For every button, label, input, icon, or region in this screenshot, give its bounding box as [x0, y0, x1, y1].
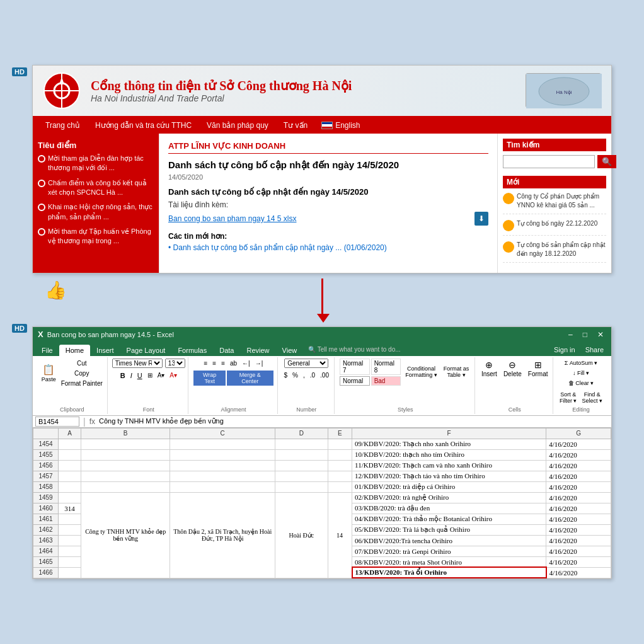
- cell-f[interactable]: 10/KDBV/2020: thạch nho tím Orihiro: [352, 449, 546, 460]
- cell-f[interactable]: 07/KDBV/2020: trà Genpi Orihiro: [352, 546, 546, 556]
- col-header-b[interactable]: B: [81, 428, 170, 439]
- font-name-select[interactable]: Times New Ror: [112, 359, 163, 368]
- cell-f[interactable]: 05/KDBV/2020: Trà lá bạch quả Orihiro: [352, 524, 546, 535]
- left-col-item-2[interactable]: Chấm điểm và công bố kết quả xét chọn SP…: [38, 178, 154, 198]
- cell-g[interactable]: 4/16/2020: [546, 503, 611, 514]
- cell-f[interactable]: 13/KDBV/2020: Trà ổi Orihiro: [352, 567, 546, 578]
- align-mid-button[interactable]: ≡: [210, 359, 218, 368]
- tab-data[interactable]: Data: [213, 345, 240, 356]
- cell-g[interactable]: 4/16/2020: [546, 460, 611, 471]
- nav-huongdan[interactable]: Hướng dẫn và tra cứu TTHC: [88, 117, 199, 134]
- cell-f[interactable]: 01/KDBV/2020: trà diệp cá Orihiro: [352, 481, 546, 492]
- fill-button[interactable]: ↓ Fill ▾: [563, 369, 600, 377]
- cell-g[interactable]: 4/16/2020: [546, 439, 611, 449]
- indent-increase-button[interactable]: →|: [253, 359, 265, 368]
- table-row[interactable]: 1459Công ty TNHH MTV khỏe đẹp bền vữngTh…: [33, 492, 611, 503]
- cell-f[interactable]: 02/KDBV/2020: trà nghệ Orihiro: [352, 492, 546, 503]
- left-col-item-4[interactable]: Mời tham dự Tập huấn về Phòng vệ thương …: [38, 227, 154, 246]
- cell-a[interactable]: [59, 481, 81, 492]
- col-header-a[interactable]: A: [59, 428, 81, 439]
- cell-d[interactable]: [275, 460, 328, 471]
- cell-e[interactable]: [328, 471, 352, 481]
- new-item-1[interactable]: Công ty Cổ phần Dược phẩm YNNO kê khai g…: [503, 192, 606, 214]
- cell-a[interactable]: [59, 449, 81, 460]
- cell-c[interactable]: [170, 481, 275, 492]
- col-header-g[interactable]: G: [546, 428, 611, 439]
- nav-trangchu[interactable]: Trang chủ: [38, 117, 88, 134]
- left-col-item-3[interactable]: Khai mạc Hội chợ nông sản, thực phẩm, sả…: [38, 202, 154, 222]
- col-header-d[interactable]: D: [275, 428, 328, 439]
- cell-d[interactable]: [275, 471, 328, 481]
- percent-button[interactable]: %: [290, 371, 300, 380]
- tell-me-box[interactable]: 🔍 Tell me what you want to do...: [303, 343, 549, 355]
- italic-button[interactable]: I: [129, 371, 134, 381]
- col-header-e[interactable]: E: [328, 428, 352, 439]
- underline-button[interactable]: U: [135, 371, 144, 381]
- merge-center-button[interactable]: Merge & Center: [227, 371, 273, 386]
- minimize-button[interactable]: –: [566, 330, 575, 339]
- comma-button[interactable]: ,: [301, 371, 307, 380]
- cell-a[interactable]: [59, 492, 81, 503]
- align-bottom-button[interactable]: ≡: [219, 359, 227, 368]
- sort-filter-button[interactable]: Sort &Filter ▾: [558, 390, 579, 405]
- cell-g[interactable]: 4/16/2020: [546, 481, 611, 492]
- cell-e[interactable]: [328, 449, 352, 460]
- cell-e[interactable]: [328, 439, 352, 449]
- close-button[interactable]: ✕: [595, 330, 606, 339]
- cell-f[interactable]: 11/KDBV/2020: Thạch cam và nho xanh Orih…: [352, 460, 546, 471]
- table-row[interactable]: 145611/KDBV/2020: Thạch cam và nho xanh …: [33, 460, 611, 471]
- copy-button[interactable]: Copy: [59, 369, 105, 378]
- cell-c[interactable]: [170, 449, 275, 460]
- cell-c[interactable]: [170, 439, 275, 449]
- cell-f[interactable]: 08/KDBV/2020: trà meta Shot Orihiro: [352, 556, 546, 567]
- cell-g[interactable]: 4/16/2020: [546, 514, 611, 524]
- cell-b[interactable]: [81, 471, 170, 481]
- normal8-style-box[interactable]: Normal 8: [371, 359, 401, 375]
- format-cells-button[interactable]: ⊞ Format: [526, 359, 550, 379]
- cell-g[interactable]: 4/16/2020: [546, 449, 611, 460]
- text-orient-button[interactable]: ab: [228, 359, 239, 368]
- clear-button[interactable]: 🗑 Clear ▾: [563, 379, 600, 388]
- cell-a[interactable]: [59, 460, 81, 471]
- table-row[interactable]: 145409/KDBV/2020: Thạch nho xanh Orihiro…: [33, 439, 611, 449]
- tab-pagelayout[interactable]: Page Layout: [120, 345, 172, 356]
- cell-b-merged[interactable]: Công ty TNHH MTV khỏe đẹp bền vững: [81, 492, 170, 578]
- autosum-button[interactable]: Σ AutoSum ▾: [563, 359, 600, 367]
- cell-b[interactable]: [81, 460, 170, 471]
- table-row[interactable]: 145712/KDBV/2020: Thạch táo và nho tím O…: [33, 471, 611, 481]
- wrap-text-button[interactable]: Wrap Text: [193, 371, 226, 386]
- share-link[interactable]: Share: [580, 343, 609, 356]
- col-header-f[interactable]: F: [352, 428, 546, 439]
- cell-d[interactable]: [275, 481, 328, 492]
- tab-formulas[interactable]: Formulas: [171, 345, 213, 356]
- cell-c[interactable]: [170, 460, 275, 471]
- number-format-select[interactable]: General: [284, 359, 328, 368]
- normal7-style-box[interactable]: Normal 7: [340, 359, 370, 375]
- table-row[interactable]: 145801/KDBV/2020: trà diệp cá Orihiro4/1…: [33, 481, 611, 492]
- cell-f[interactable]: 06/KDBV/2020:Trà tencha Orihiro: [352, 535, 546, 546]
- indent-decrease-button[interactable]: ←|: [240, 359, 252, 368]
- table-row[interactable]: 145510/KDBV/2020: thạch nho tím Orihiro4…: [33, 449, 611, 460]
- cell-f[interactable]: 03/KDB/2020: trà đậu đen: [352, 503, 546, 514]
- find-select-button[interactable]: Find &Select ▾: [580, 390, 604, 405]
- cell-g[interactable]: 4/16/2020: [546, 546, 611, 556]
- search-button[interactable]: 🔍: [597, 155, 616, 168]
- cut-button[interactable]: Cut: [59, 359, 105, 368]
- cell-ref-input[interactable]: [35, 417, 79, 427]
- cell-a[interactable]: [59, 535, 81, 546]
- fill-color-button[interactable]: A▾: [156, 371, 167, 380]
- conditional-formatting-button[interactable]: ConditionalFormatting ▾: [403, 364, 439, 379]
- cell-b[interactable]: [81, 449, 170, 460]
- bold-button[interactable]: B: [118, 371, 127, 381]
- cell-f[interactable]: 12/KDBV/2020: Thạch táo và nho tím Orihi…: [352, 471, 546, 481]
- cell-g[interactable]: 4/16/2020: [546, 556, 611, 567]
- left-col-item-1[interactable]: Mời tham gia Diễn đàn hợp tác thương mại…: [38, 154, 154, 173]
- format-as-table-button[interactable]: Format asTable ▾: [442, 364, 471, 379]
- cell-c[interactable]: [170, 471, 275, 481]
- signin-link[interactable]: Sign in: [549, 343, 580, 356]
- nav-vanbap[interactable]: Văn bản pháp quy: [199, 117, 276, 134]
- cell-a[interactable]: [59, 514, 81, 524]
- cell-f[interactable]: 04/KDBV/2020: Trà thảo mộc Botanical Ori…: [352, 514, 546, 524]
- tab-insert[interactable]: Insert: [90, 345, 120, 356]
- align-top-button[interactable]: ≡: [202, 359, 209, 368]
